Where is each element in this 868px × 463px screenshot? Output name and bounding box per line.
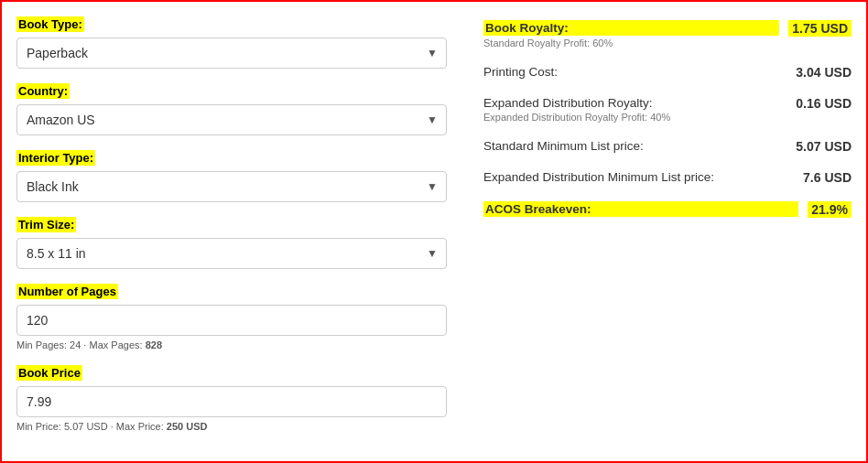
book-type-group: Book Type: Paperback Hardcover: [16, 16, 447, 69]
printing-label: Printing Cost:: [483, 65, 787, 79]
printing-label-group: Printing Cost:: [483, 65, 787, 79]
pages-hint: Min Pages: 24 · Max Pages: 828: [16, 339, 447, 350]
trim-size-select-wrapper: 8.5 x 11 in 6 x 9 in 5 x 8 in: [16, 238, 447, 269]
trim-size-select[interactable]: 8.5 x 11 in 6 x 9 in 5 x 8 in: [16, 238, 447, 269]
standard-min-label: Standard Minimum List price:: [483, 139, 787, 153]
country-select[interactable]: Amazon US Amazon UK Amazon DE: [16, 104, 447, 135]
acos-row: ACOS Breakeven: 21.9%: [483, 201, 852, 218]
interior-type-label: Interior Type:: [16, 150, 95, 166]
expanded-royalty-sublabel: Expanded Distribution Royalty Profit: 40…: [483, 112, 787, 123]
standard-min-row: Standard Minimum List price: 5.07 USD: [483, 139, 852, 154]
expanded-min-row: Expanded Distribution Minimum List price…: [483, 170, 852, 185]
price-hint: Min Price: 5.07 USD · Max Price: 250 USD: [16, 421, 447, 432]
interior-type-group: Interior Type: Black Ink Color Ink: [16, 150, 447, 202]
standard-min-value: 5.07 USD: [796, 139, 852, 154]
price-max: 250 USD: [167, 421, 208, 432]
standard-min-label-group: Standard Minimum List price:: [483, 139, 787, 153]
expanded-royalty-row: Expanded Distribution Royalty: Expanded …: [483, 96, 852, 123]
trim-size-group: Trim Size: 8.5 x 11 in 6 x 9 in 5 x 8 in: [16, 217, 447, 269]
right-panel: Book Royalty: Standard Royalty Profit: 6…: [465, 16, 852, 447]
book-type-select[interactable]: Paperback Hardcover: [16, 38, 447, 69]
book-type-label: Book Type:: [16, 16, 84, 32]
acos-label-group: ACOS Breakeven:: [483, 201, 798, 217]
printing-value: 3.04 USD: [796, 65, 852, 80]
book-type-select-wrapper: Paperback Hardcover: [16, 38, 447, 69]
royalty-label: Book Royalty:: [483, 20, 779, 36]
country-label: Country:: [16, 83, 70, 99]
pages-input[interactable]: [16, 305, 447, 336]
printing-row: Printing Cost: 3.04 USD: [483, 65, 852, 80]
expanded-royalty-label-group: Expanded Distribution Royalty: Expanded …: [483, 96, 787, 123]
expanded-min-label: Expanded Distribution Minimum List price…: [483, 170, 794, 184]
expanded-royalty-label: Expanded Distribution Royalty:: [483, 96, 787, 110]
acos-label: ACOS Breakeven:: [483, 201, 798, 217]
expanded-min-label-group: Expanded Distribution Minimum List price…: [483, 170, 794, 184]
interior-type-select[interactable]: Black Ink Color Ink: [16, 171, 447, 202]
country-group: Country: Amazon US Amazon UK Amazon DE: [16, 83, 447, 135]
interior-type-select-wrapper: Black Ink Color Ink: [16, 171, 447, 202]
pages-label: Number of Pages: [16, 284, 118, 299]
country-select-wrapper: Amazon US Amazon UK Amazon DE: [16, 104, 447, 135]
expanded-min-value: 7.6 USD: [803, 170, 852, 185]
pages-max: 828: [146, 339, 162, 350]
royalty-row: Book Royalty: Standard Royalty Profit: 6…: [483, 20, 852, 48]
price-group: Book Price Min Price: 5.07 USD · Max Pri…: [16, 365, 447, 432]
price-label: Book Price: [16, 365, 82, 381]
price-input[interactable]: [16, 386, 447, 417]
royalty-value: 1.75 USD: [788, 20, 852, 37]
royalty-label-group: Book Royalty: Standard Royalty Profit: 6…: [483, 20, 779, 48]
royalty-sublabel: Standard Royalty Profit: 60%: [483, 38, 779, 48]
left-panel: Book Type: Paperback Hardcover Country: …: [16, 16, 465, 447]
pages-group: Number of Pages Min Pages: 24 · Max Page…: [16, 284, 447, 350]
acos-value: 21.9%: [808, 201, 852, 218]
expanded-royalty-value: 0.16 USD: [796, 96, 852, 111]
trim-size-label: Trim Size:: [16, 217, 76, 232]
